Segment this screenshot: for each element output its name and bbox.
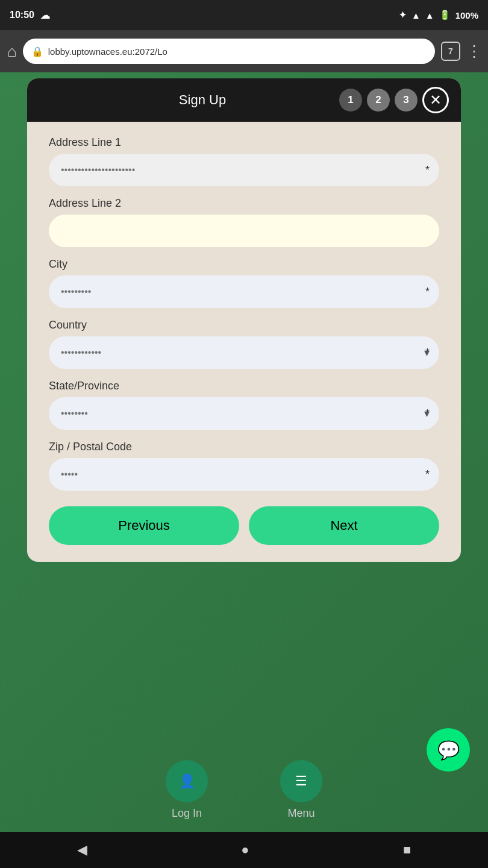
login-nav-label: Log In [172,807,202,820]
address-line2-wrapper [49,215,439,247]
address-line1-label: Address Line 1 [49,136,439,149]
wifi-icon: ▲ [411,10,421,20]
menu-nav-item[interactable]: ☰ Menu [280,760,322,820]
modal-header: Sign Up 1 2 3 ✕ [27,78,461,122]
browser-menu-icon[interactable]: ⋮ [466,42,481,61]
bottom-nav: 👤 Log In ☰ Menu [0,760,488,820]
status-left: 10:50 ☁ [10,10,50,21]
browser-bar: ⌂ 🔒 lobby.uptownaces.eu:2072/Lo 7 ⋮ [0,30,488,72]
menu-nav-circle[interactable]: ☰ [280,760,322,802]
step-1-indicator: 1 [339,89,362,112]
status-bar: 10:50 ☁ ✦ ▲ ▲ 🔋 100% [0,0,488,30]
country-wrapper: * ▾ [49,336,439,369]
home-icon[interactable]: ⌂ [7,42,17,61]
state-input[interactable] [49,397,439,430]
country-input[interactable] [49,336,439,369]
state-wrapper: * ▾ [49,397,439,430]
country-required: * [425,347,430,359]
battery-level: 100% [455,10,478,20]
chat-fab-icon: 💬 [437,740,460,761]
signal-icon: ▲ [425,10,434,20]
page-background: Sign Up 1 2 3 ✕ [0,72,488,868]
modal-body: Address Line 1 * Address Line 2 City * [27,122,461,562]
address-line1-input[interactable] [49,154,439,186]
zip-required: * [425,468,430,481]
close-button[interactable]: ✕ [422,87,449,113]
menu-nav-label: Menu [287,807,314,820]
battery-icon: 🔋 [439,10,451,20]
country-label: Country [49,319,439,332]
status-right: ✦ ▲ ▲ 🔋 100% [399,10,478,20]
step-3-indicator: 3 [395,89,418,112]
menu-nav-icon: ☰ [295,773,307,789]
android-nav-bar: ◀ ● ■ [0,832,488,868]
signup-modal: Sign Up 1 2 3 ✕ [27,78,461,562]
login-nav-item[interactable]: 👤 Log In [166,760,208,820]
modal-overlay: Sign Up 1 2 3 ✕ [0,72,488,868]
back-button[interactable]: ◀ [77,842,87,858]
city-wrapper: * [49,275,439,308]
previous-button[interactable]: Previous [49,506,239,545]
button-row: Previous Next [49,506,439,545]
home-button[interactable]: ● [241,842,249,858]
state-required: * [425,407,430,420]
address-line1-required: * [425,164,430,177]
bluetooth-icon: ✦ [399,10,407,20]
next-button[interactable]: Next [249,506,439,545]
city-input[interactable] [49,275,439,308]
address-line2-label: Address Line 2 [49,197,439,210]
recents-button[interactable]: ■ [403,842,411,858]
city-required: * [425,286,430,298]
time-display: 10:50 [10,10,34,20]
state-label: State/Province [49,380,439,392]
city-label: City [49,258,439,271]
step-2-indicator: 2 [367,89,390,112]
step-indicators: 1 2 3 [339,89,418,112]
tab-count-badge[interactable]: 7 [441,42,460,61]
zip-input[interactable] [49,458,439,491]
lock-icon: 🔒 [31,46,43,57]
address-line2-input[interactable] [49,215,439,247]
address-line1-wrapper: * [49,154,439,186]
zip-wrapper: * [49,458,439,491]
modal-title: Sign Up [179,92,226,108]
sync-icon: ☁ [40,10,50,21]
zip-label: Zip / Postal Code [49,441,439,453]
url-text: lobby.uptownaces.eu:2072/Lo [48,46,427,57]
login-nav-circle[interactable]: 👤 [166,760,208,802]
chat-fab-button[interactable]: 💬 [427,728,470,772]
login-nav-icon: 👤 [179,773,195,789]
url-bar[interactable]: 🔒 lobby.uptownaces.eu:2072/Lo [23,39,435,64]
